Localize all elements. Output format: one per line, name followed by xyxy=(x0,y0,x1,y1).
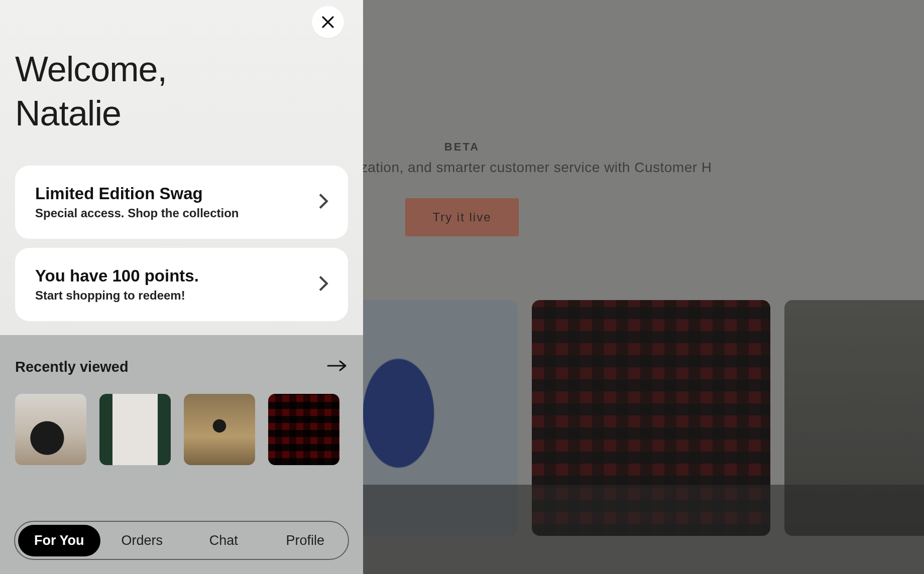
recent-item[interactable] xyxy=(99,394,171,465)
arrow-right-icon xyxy=(326,357,348,375)
chevron-right-icon xyxy=(318,275,329,294)
card-title: You have 100 points. xyxy=(35,266,199,285)
welcome-line-2: Natalie xyxy=(15,94,121,133)
card-title: Limited Edition Swag xyxy=(35,184,239,203)
tab-profile[interactable]: Profile xyxy=(266,525,345,556)
promo-card-swag[interactable]: Limited Edition Swag Special access. Sho… xyxy=(15,166,348,239)
recent-item[interactable] xyxy=(268,394,339,465)
try-it-live-button[interactable]: Try it live xyxy=(405,198,518,236)
tab-for-you[interactable]: For You xyxy=(18,525,100,556)
welcome-heading: Welcome, Natalie xyxy=(15,48,348,135)
card-subtitle: Special access. Shop the collection xyxy=(35,206,239,220)
recently-viewed-title: Recently viewed xyxy=(15,359,129,375)
recently-viewed-header: Recently viewed xyxy=(15,357,348,377)
promo-card-points[interactable]: You have 100 points. Start shopping to r… xyxy=(15,248,348,321)
recent-item[interactable] xyxy=(15,394,86,465)
close-button[interactable] xyxy=(312,6,344,38)
chevron-right-icon xyxy=(318,193,329,212)
tab-chat[interactable]: Chat xyxy=(184,525,264,556)
recently-viewed-items xyxy=(15,394,348,465)
view-all-arrow[interactable] xyxy=(326,357,348,377)
recent-item[interactable] xyxy=(184,394,255,465)
tab-bar: For You Orders Chat Profile xyxy=(14,521,349,560)
promo-cards: Limited Edition Swag Special access. Sho… xyxy=(0,135,363,321)
panel-header: Welcome, Natalie xyxy=(0,0,363,135)
welcome-line-1: Welcome, xyxy=(15,50,167,89)
tab-orders[interactable]: Orders xyxy=(102,525,182,556)
customer-hub-panel: Welcome, Natalie Limited Edition Swag Sp… xyxy=(0,0,363,574)
card-subtitle: Start shopping to redeem! xyxy=(35,289,199,303)
card-text: You have 100 points. Start shopping to r… xyxy=(35,266,199,303)
card-text: Limited Edition Swag Special access. Sho… xyxy=(35,184,239,220)
close-icon xyxy=(320,15,335,30)
